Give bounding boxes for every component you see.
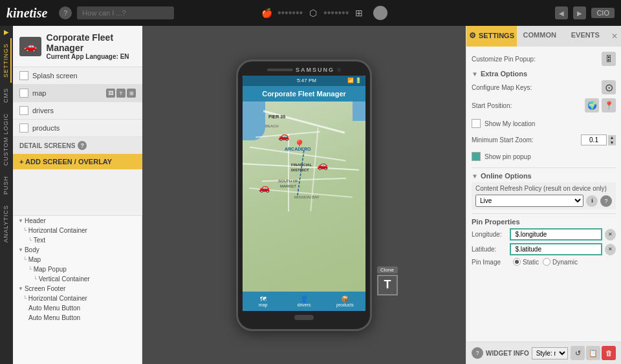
platform-windows-icon[interactable]: ⊞ bbox=[353, 6, 365, 19]
refresh-help-button[interactable]: ? bbox=[600, 195, 612, 207]
badge-grid: ⊞ bbox=[127, 89, 136, 98]
nav-map[interactable]: 🗺 map bbox=[243, 295, 283, 307]
clone-overlay: Clone T bbox=[377, 266, 398, 295]
tree-label-menu1: Auto Menu Button bbox=[28, 305, 80, 312]
close-panel-button[interactable]: ✕ bbox=[608, 26, 621, 47]
zoom-down-button[interactable]: ▼ bbox=[608, 140, 616, 145]
screen-item-products[interactable]: products bbox=[13, 120, 142, 137]
add-screen-button[interactable]: + ADD SCREEN / OVERLAY bbox=[13, 154, 142, 169]
tree-item-vcontainer[interactable]: └ Vertical Container bbox=[13, 274, 142, 284]
start-position-row: Start Position: 🌍 📍 bbox=[472, 98, 616, 112]
style-select[interactable]: Style: none bbox=[532, 347, 568, 359]
separator-2 bbox=[472, 213, 616, 214]
pin-image-radio-group: Static Dynamic bbox=[513, 258, 578, 266]
screen-checkbox-drivers[interactable] bbox=[19, 106, 28, 115]
map-pin: 📍 bbox=[293, 139, 306, 151]
tab-settings[interactable]: ⚙ SETTINGS bbox=[466, 26, 517, 47]
nav-back-button[interactable]: ◀ bbox=[555, 6, 568, 19]
app-language: Current App Language: EN bbox=[47, 53, 136, 60]
center-panel: SAMSUNG 5:47 PM 📶 🔋 Corporate Fleet Mana… bbox=[142, 26, 466, 364]
zoom-value-input[interactable]: 0.1 bbox=[581, 134, 607, 145]
footer-delete-button[interactable]: 🗑 bbox=[602, 346, 616, 360]
customize-pin-button[interactable]: 🎛 bbox=[602, 52, 616, 66]
search-input[interactable] bbox=[77, 6, 174, 19]
tree-item-hcontainer[interactable]: └ Horizontal Container bbox=[13, 226, 142, 235]
tree-arrow-text: └ bbox=[28, 237, 32, 243]
screen-item-drivers[interactable]: drivers bbox=[13, 102, 142, 120]
detail-help-icon[interactable]: ? bbox=[78, 141, 87, 150]
show-pin-popup-row: Show pin popup bbox=[472, 149, 616, 164]
tree-label-footer: Screen Footer bbox=[25, 285, 65, 292]
help-button[interactable]: ? bbox=[59, 6, 72, 19]
pin-properties: Longitude: ✕ Latitude: ✕ Pin Image Stati… bbox=[472, 228, 616, 266]
online-options-label: Online Options bbox=[481, 172, 532, 180]
start-position-location-button[interactable]: 📍 bbox=[602, 98, 616, 112]
tree-item-hcontainer2[interactable]: └ Horizontal Container bbox=[13, 294, 142, 303]
latitude-input[interactable] bbox=[510, 243, 602, 255]
phone-home-button[interactable] bbox=[294, 315, 314, 320]
t-badge[interactable]: T bbox=[377, 275, 398, 295]
content-refresh-label: Content Refresh Policy (result on device… bbox=[475, 185, 612, 192]
tree-item-footer[interactable]: ▼ Screen Footer bbox=[13, 284, 142, 294]
zoom-up-button[interactable]: ▲ bbox=[608, 135, 616, 140]
top-bar: kinetise ? 🍎 ••••••• ⬡ ••••••• ⊞ ◀ ▶ CIO bbox=[0, 0, 621, 26]
pin-image-label: Pin Image bbox=[472, 259, 510, 266]
platform-apple-icon[interactable]: 🍎 bbox=[261, 6, 274, 19]
tree-label-header: Header bbox=[25, 217, 46, 224]
screen-item-splash[interactable]: Splash screen bbox=[13, 67, 142, 85]
start-position-map-button[interactable]: 🌍 bbox=[585, 98, 599, 112]
tree-item-body[interactable]: ▼ Body bbox=[13, 245, 142, 255]
nav-products[interactable]: 📦 products bbox=[325, 295, 365, 307]
latitude-clear-button[interactable]: ✕ bbox=[605, 244, 616, 255]
nav-products-icon: 📦 bbox=[341, 295, 349, 303]
content-refresh-select[interactable]: Live On Launch Manual bbox=[475, 195, 583, 207]
screen-checkbox-map[interactable] bbox=[19, 89, 28, 98]
tree-item-menu1[interactable]: Auto Menu Button bbox=[13, 303, 142, 313]
longitude-label: Longitude: bbox=[472, 231, 507, 238]
min-start-zoom-label: Minimum Start Zoom: bbox=[472, 136, 581, 144]
phone-app-title: Corporate Fleet Manager bbox=[243, 86, 365, 102]
user-badge[interactable]: CIO bbox=[591, 8, 615, 18]
tab-events[interactable]: EVENTS bbox=[563, 26, 609, 47]
extra-options-header: ▼ Extra Options bbox=[472, 70, 616, 78]
phone-screen: 5:47 PM 📶 🔋 Corporate Fleet Manager bbox=[243, 76, 365, 311]
tree-arrow-header: ▼ bbox=[18, 218, 23, 224]
sidebar-tab-cms[interactable]: CMS bbox=[1, 83, 12, 108]
show-my-location-label: Show My location bbox=[485, 120, 535, 127]
sidebar-expand-arrow[interactable]: ▶ bbox=[4, 26, 9, 38]
sidebar-tab-push[interactable]: PUSH bbox=[1, 171, 12, 200]
footer-copy-button[interactable]: 📋 bbox=[586, 346, 600, 360]
tree-item-header[interactable]: ▼ Header bbox=[13, 216, 142, 226]
configure-map-keys-button[interactable]: ⊙ bbox=[602, 80, 616, 94]
footer-refresh-button[interactable]: ↺ bbox=[571, 346, 585, 360]
screen-checkbox-splash[interactable] bbox=[19, 71, 28, 80]
tab-common[interactable]: COMMON bbox=[517, 26, 563, 47]
radio-dynamic-label: Dynamic bbox=[552, 259, 578, 266]
tree-item-menu2[interactable]: Auto Menu Button bbox=[13, 313, 142, 323]
right-tabs: ⚙ SETTINGS COMMON EVENTS ✕ bbox=[466, 26, 621, 47]
footer-help-button[interactable]: ? bbox=[472, 347, 483, 359]
longitude-input[interactable] bbox=[510, 228, 602, 241]
footer-buttons: ↺ 📋 🗑 bbox=[571, 346, 616, 360]
screen-item-map[interactable]: map 🖼 T ⊞ bbox=[13, 85, 142, 102]
nav-forward-button[interactable]: ▶ bbox=[573, 6, 586, 19]
radio-dynamic-dot bbox=[543, 258, 550, 266]
show-pin-popup-checkbox[interactable] bbox=[472, 152, 481, 161]
tree-item-text[interactable]: └ Text bbox=[13, 235, 142, 245]
radio-dynamic[interactable]: Dynamic bbox=[543, 258, 578, 266]
sidebar-tab-analytics[interactable]: ANALYTICS bbox=[1, 200, 12, 248]
longitude-clear-button[interactable]: ✕ bbox=[605, 229, 616, 241]
refresh-info-button[interactable]: ℹ bbox=[586, 195, 598, 207]
tree-label-menu2: Auto Menu Button bbox=[28, 314, 80, 321]
tree-item-map[interactable]: └ Map bbox=[13, 255, 142, 264]
show-my-location-checkbox[interactable] bbox=[472, 119, 481, 128]
tree-item-map-popup[interactable]: └ Map Popup bbox=[13, 264, 142, 274]
customize-pin-label: Customize Pin Popup: bbox=[472, 56, 602, 63]
nav-drivers[interactable]: 👤 drivers bbox=[283, 295, 324, 307]
platform-android-icon[interactable]: ⬡ bbox=[307, 6, 320, 19]
screen-checkbox-products[interactable] bbox=[19, 123, 28, 133]
sidebar-tab-settings[interactable]: SETTINGS bbox=[1, 38, 12, 83]
radio-static-label: Static bbox=[523, 259, 539, 266]
sidebar-tab-custom-logic[interactable]: CUSTOM LOGIC bbox=[1, 108, 12, 171]
radio-static[interactable]: Static bbox=[513, 258, 539, 266]
